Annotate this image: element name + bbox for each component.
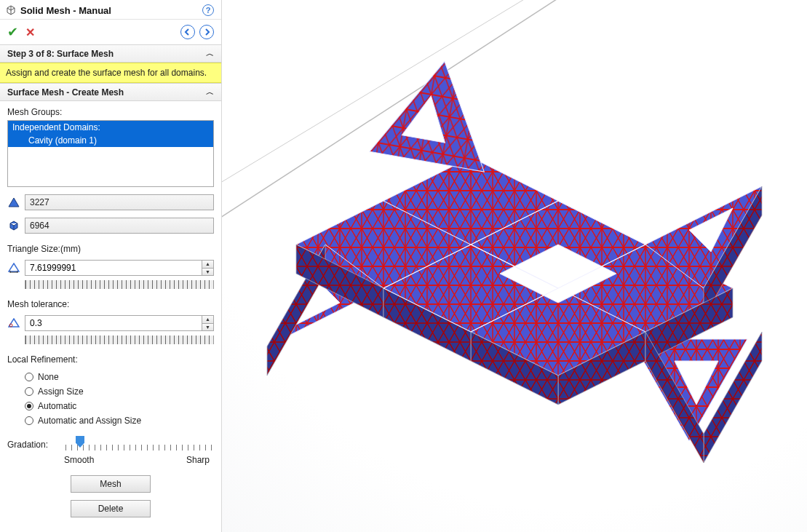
panel-header: Solid Mesh - Manual ? <box>0 0 221 20</box>
element-count-readout: 6964 <box>25 218 214 234</box>
refinement-option[interactable]: Automatic <box>25 401 214 411</box>
mesh-tolerance-label: Mesh tolerance: <box>7 299 214 309</box>
step-heading: Step 3 of 8: Surface Mesh ︿ <box>0 44 221 63</box>
radio-icon[interactable] <box>25 402 33 410</box>
node-count-readout: 3227 <box>25 194 214 210</box>
section-body: Mesh Groups: Independent Domains: Cavity… <box>0 101 221 525</box>
mesh-groups-list[interactable]: Independent Domains: Cavity (domain 1) <box>7 120 214 187</box>
section-heading: Surface Mesh - Create Mesh ︿ <box>0 83 221 101</box>
mesh-tolerance-input[interactable] <box>25 316 202 330</box>
gradation-slider[interactable] <box>65 436 214 453</box>
mesh-preview <box>245 12 784 521</box>
section-heading-text: Surface Mesh - Create Mesh <box>7 87 124 98</box>
list-header[interactable]: Independent Domains: <box>8 121 213 134</box>
radio-icon[interactable] <box>25 387 33 396</box>
collapse-step-icon[interactable]: ︿ <box>206 48 214 59</box>
mesh-tolerance-input-wrap: ▲▼ <box>25 315 214 331</box>
property-panel: Solid Mesh - Manual ? ✔ ✕ Step 3 of 8: S… <box>0 0 222 532</box>
radio-icon[interactable] <box>25 373 33 381</box>
delete-button[interactable]: Delete <box>71 500 151 517</box>
radio-icon[interactable] <box>25 416 33 425</box>
triangle-size-spinner[interactable]: ▲▼ <box>202 261 213 275</box>
refinement-option-label: Automatic and Assign Size <box>38 416 141 426</box>
refinement-option-label: Assign Size <box>38 386 84 397</box>
refinement-option[interactable]: Assign Size <box>25 386 214 397</box>
cube-icon <box>6 5 16 15</box>
mesh-tolerance-scale[interactable] <box>25 336 214 344</box>
ok-icon[interactable]: ✔ <box>7 24 18 40</box>
tolerance-icon <box>7 317 20 329</box>
list-item[interactable]: Cavity (domain 1) <box>8 134 213 147</box>
prev-step-button[interactable] <box>180 25 195 39</box>
element-count-row: 6964 <box>7 218 214 234</box>
triangle-size-row: ▲▼ <box>7 260 214 276</box>
triangle-size-input[interactable] <box>25 261 202 275</box>
collapse-section-icon[interactable]: ︿ <box>206 87 214 98</box>
node-count-row: 3227 <box>7 194 214 210</box>
refinement-option[interactable]: Automatic and Assign Size <box>25 416 214 426</box>
triangle-size-input-wrap: ▲▼ <box>25 260 214 276</box>
triangle-size-label: Triangle Size:(mm) <box>7 244 214 254</box>
panel-title: Solid Mesh - Manual <box>20 5 202 16</box>
step-heading-text: Step 3 of 8: Surface Mesh <box>7 49 114 59</box>
next-step-button[interactable] <box>199 25 214 39</box>
triangle-size-scale[interactable] <box>25 280 214 289</box>
refinement-option-label: None <box>38 372 59 382</box>
mesh-tolerance-row: ▲▼ <box>7 315 214 331</box>
gradation-right-label: Sharp <box>186 455 210 465</box>
mesh-tolerance-spinner[interactable]: ▲▼ <box>202 316 213 330</box>
help-icon[interactable]: ? <box>202 4 214 16</box>
viewport[interactable] <box>222 0 807 532</box>
action-bar: ✔ ✕ <box>0 20 221 44</box>
refinement-option[interactable]: None <box>25 372 214 382</box>
mesh-cube-icon <box>7 220 20 231</box>
gradation-group: Gradation: Smooth Sharp <box>7 436 214 465</box>
mesh-button[interactable]: Mesh <box>71 475 151 493</box>
mesh-groups-label: Mesh Groups: <box>7 107 214 117</box>
step-instruction: Assign and create the surface mesh for a… <box>0 63 221 83</box>
triangle-icon <box>7 196 20 208</box>
gradation-left-label: Smooth <box>64 455 94 465</box>
cancel-icon[interactable]: ✕ <box>25 25 35 39</box>
gradation-label: Gradation: <box>7 440 58 450</box>
size-icon <box>7 262 20 274</box>
refinement-option-label: Automatic <box>38 401 76 411</box>
local-refinement-label: Local Refinement: <box>7 354 214 365</box>
